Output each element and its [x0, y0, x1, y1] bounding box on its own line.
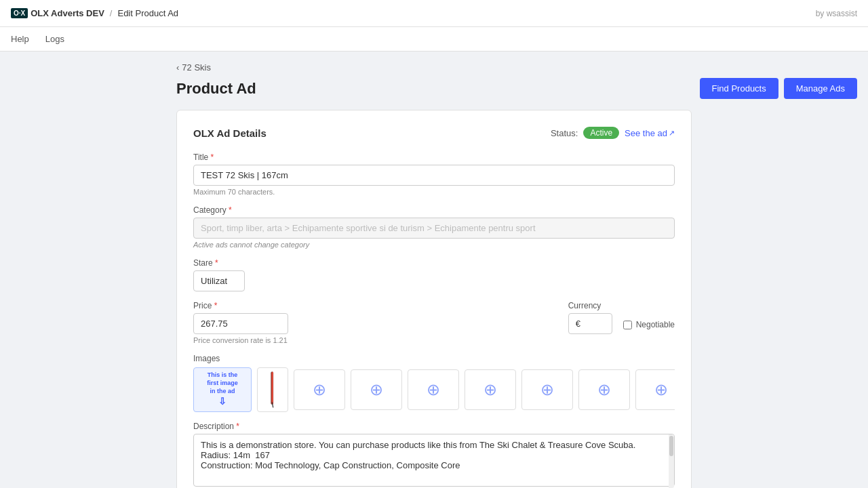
category-input[interactable]	[193, 218, 675, 239]
app-name: OLX Adverts DEV	[31, 8, 104, 18]
image-add-slot-6[interactable]: ⊕	[578, 369, 630, 410]
images-group: Images This is thefirst imagein the ad⇩	[193, 354, 675, 412]
image-add-slot-3[interactable]: ⊕	[408, 369, 459, 410]
add-image-icon-3: ⊕	[427, 380, 440, 399]
currency-select[interactable]: € RON USD	[568, 313, 612, 334]
scrollbar-thumb	[669, 436, 673, 456]
description-label: Description *	[193, 422, 675, 431]
price-input[interactable]	[193, 313, 288, 334]
ski-icon	[262, 371, 283, 409]
page-actions: Find Products Manage Ads	[700, 78, 857, 99]
image-ski-slot[interactable]	[257, 367, 288, 412]
title-input[interactable]	[193, 165, 675, 186]
category-hint: Active ads cannot change category	[193, 241, 675, 249]
image-add-slot-4[interactable]: ⊕	[465, 369, 516, 410]
olx-logo: O·X OLX Adverts DEV	[11, 8, 104, 18]
logo-icon: O·X	[11, 8, 28, 18]
image-add-slot-2[interactable]: ⊕	[351, 369, 402, 410]
status-label: Status:	[551, 128, 578, 138]
add-image-icon-1: ⊕	[313, 380, 326, 399]
stare-label: Stare *	[193, 258, 675, 268]
topbar-user: by wsassist	[816, 9, 857, 18]
negotiable-group: Negotiable	[623, 320, 675, 329]
back-link[interactable]: ‹ 72 Skis	[176, 62, 857, 73]
title-label: Title *	[193, 152, 675, 162]
add-image-icon-6: ⊕	[597, 380, 611, 399]
topbar-left: O·X OLX Adverts DEV / Edit Product Ad	[11, 8, 178, 18]
nav-logs[interactable]: Logs	[45, 28, 64, 49]
image-first-slot[interactable]: This is thefirst imagein the ad⇩	[193, 367, 252, 412]
page-breadcrumb: Edit Product Ad	[117, 8, 178, 18]
nav: Help Logs	[0, 27, 868, 52]
add-image-icon-2: ⊕	[370, 380, 383, 399]
description-scrollbar	[669, 434, 674, 488]
external-link-icon: ↗	[669, 129, 675, 138]
title-hint: Maximum 70 characters.	[193, 188, 675, 196]
price-group: Price * Price conversion rate is 1.21	[193, 301, 557, 344]
stare-select[interactable]: Utilizat Nou	[193, 270, 245, 291]
negotiable-label[interactable]: Negotiable	[636, 320, 675, 329]
description-group: Description * This is a demonstration st…	[193, 422, 675, 488]
chevron-left-icon: ‹	[176, 62, 179, 73]
stare-group: Stare * Utilizat Nou	[193, 258, 675, 291]
currency-label: Currency	[568, 301, 612, 310]
description-textarea[interactable]: This is a demonstration store. You can p…	[193, 434, 675, 487]
page-header: Product Ad Find Products Manage Ads	[176, 78, 857, 99]
back-link-label: 72 Skis	[182, 62, 211, 73]
find-products-button[interactable]: Find Products	[700, 78, 778, 99]
title-group: Title * Maximum 70 characters.	[193, 152, 675, 196]
images-row: This is thefirst imagein the ad⇩ ⊕ ⊕	[193, 367, 675, 412]
topbar: O·X OLX Adverts DEV / Edit Product Ad by…	[0, 0, 868, 27]
image-add-slot-5[interactable]: ⊕	[521, 369, 573, 410]
svg-rect-1	[272, 372, 273, 405]
add-image-icon-4: ⊕	[484, 380, 497, 399]
currency-group: Currency € RON USD	[568, 301, 612, 334]
status-badge: Active	[583, 127, 619, 139]
breadcrumb-separator: /	[110, 8, 113, 18]
nav-help[interactable]: Help	[11, 28, 29, 49]
negotiable-checkbox[interactable]	[623, 321, 632, 329]
price-row: Price * Price conversion rate is 1.21 Cu…	[193, 301, 675, 354]
card-status: Status: Active See the ad ↗	[551, 127, 675, 139]
see-ad-label: See the ad	[625, 128, 667, 138]
category-label: Category *	[193, 205, 675, 215]
card-header: OLX Ad Details Status: Active See the ad…	[193, 127, 675, 139]
first-image-label: This is thefirst imagein the ad⇩	[204, 369, 241, 410]
card-title: OLX Ad Details	[193, 127, 267, 139]
add-image-icon-5: ⊕	[540, 380, 554, 399]
images-label: Images	[193, 354, 675, 363]
add-image-icon-7: ⊕	[654, 380, 668, 399]
description-wrapper: This is a demonstration store. You can p…	[193, 434, 675, 488]
main-content: ‹ 72 Skis Product Ad Find Products Manag…	[0, 52, 868, 488]
price-note: Price conversion rate is 1.21	[193, 336, 557, 344]
image-add-slot-1[interactable]: ⊕	[294, 369, 345, 410]
see-ad-link[interactable]: See the ad ↗	[625, 128, 675, 138]
image-add-slot-7[interactable]: ⊕	[635, 369, 675, 410]
olx-ad-card: OLX Ad Details Status: Active See the ad…	[176, 110, 692, 488]
price-label: Price *	[193, 301, 557, 310]
page-title: Product Ad	[176, 80, 256, 98]
manage-ads-button[interactable]: Manage Ads	[784, 78, 857, 99]
category-group: Category * Active ads cannot change cate…	[193, 205, 675, 249]
